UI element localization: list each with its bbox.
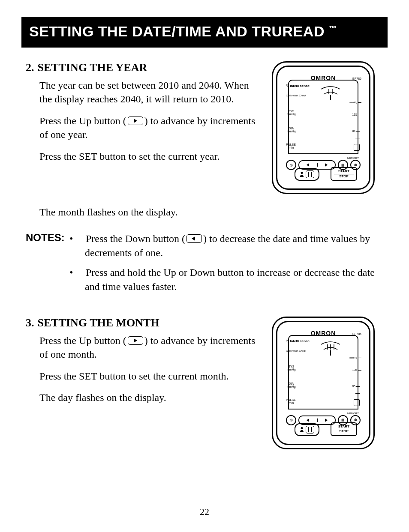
section-heading-text: SETTING THE MONTH [38, 317, 159, 329]
sys-label: SYSmmHg [287, 365, 296, 371]
intelli-label: ♡ Intelli sense [286, 339, 310, 343]
battery-icon [354, 399, 360, 406]
note-1: • Press the Down button () to decrease t… [77, 232, 383, 260]
section-3-heading: 3.SETTING THE MONTH [26, 317, 264, 329]
dia-label: DIAmmHg [287, 127, 296, 133]
scale-135: 135 [352, 368, 361, 371]
start-stop-button: STARTSTOP [331, 422, 357, 436]
mmhg-label: mmHg [349, 101, 361, 104]
sec3-para3: The day flashes on the display. [39, 391, 264, 404]
trademark: ™ [329, 24, 337, 33]
set-button-icon: ◎ [286, 160, 296, 170]
cal-label: Calibration Check [286, 94, 306, 97]
slider-icon [306, 426, 314, 433]
memory-label: MEMORY [347, 412, 359, 415]
svg-point-3 [301, 172, 303, 174]
up-button-icon [128, 336, 143, 345]
scale-dash [355, 138, 360, 138]
sec2-para3: Press the SET button to set the current … [39, 149, 264, 163]
scale-135: 135 [352, 113, 361, 116]
device-figure-2: OMRON BP785 ♡ Intelli sense Calibration … [272, 317, 383, 449]
user-icon [300, 171, 304, 177]
title-text: SETTING THE DATE/TIME AND TRUREAD [29, 23, 325, 39]
dia-label: DIAmmHg [287, 382, 296, 388]
mmhg-label: mmHg [349, 356, 361, 359]
user-switch [295, 168, 319, 181]
svg-point-8 [301, 427, 303, 429]
slider-icon [306, 170, 314, 178]
scale-85: 85 [352, 385, 360, 388]
page-title-banner: SETTING THE DATE/TIME AND TRUREAD ™ [21, 17, 388, 48]
sec2-para4: The month flashes on the display. [39, 205, 383, 219]
page-number: 22 [0, 506, 409, 517]
battery-icon [354, 144, 360, 151]
memory-label: MEMORY [347, 157, 359, 159]
sys-label: SYSmmHg [287, 110, 296, 116]
note-2: • Press and hold the Up or Down button t… [77, 266, 383, 293]
section-number: 3. [26, 317, 34, 329]
down-button-icon [186, 234, 202, 243]
sec3-para2: Press the SET button to set the current … [39, 369, 264, 383]
sec2-para2: Press the Up button () to advance by inc… [39, 114, 264, 142]
pulse-label: PULSE/min [286, 398, 296, 404]
scale-85: 85 [352, 129, 360, 132]
up-button-icon [128, 117, 143, 125]
device-figure-1: OMRON BP785 ♡ Intelli sense Calibration … [272, 61, 383, 194]
user-switch [295, 423, 319, 436]
set-button-icon: ◎ [286, 415, 296, 425]
start-stop-button: STARTSTOP [331, 167, 357, 181]
pulse-label: PULSE/min [286, 143, 296, 149]
notes-body: • Press the Down button () to decrease t… [77, 232, 383, 299]
sec2-para1: The year can be set between 2010 and 204… [39, 78, 264, 106]
user-icon [300, 427, 304, 433]
section-number: 2. [26, 61, 34, 74]
sec3-para1: Press the Up button () to advance by inc… [39, 334, 264, 362]
cal-label: Calibration Check [286, 350, 306, 352]
section-heading-text: SETTING THE YEAR [38, 61, 147, 74]
scale-dash [355, 393, 360, 394]
section-2-heading: 2.SETTING THE YEAR [26, 61, 264, 74]
intelli-label: ♡ Intelli sense [286, 84, 310, 88]
